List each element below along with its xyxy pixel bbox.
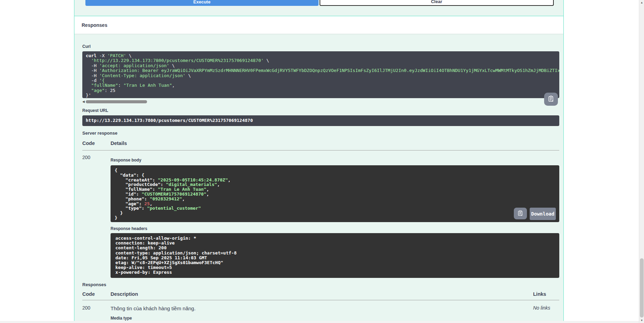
server-response-title: Server response — [82, 131, 559, 136]
details-column-header: Details — [111, 140, 559, 146]
doc-status-code: 200 — [82, 305, 111, 323]
doc-links-column-header: Links — [533, 291, 559, 297]
curl-label: Curl — [82, 44, 559, 49]
left-arrow-icon[interactable]: ◀ — [82, 100, 85, 103]
responses-section-title: Responses — [82, 22, 107, 28]
no-links-text: No links — [533, 305, 559, 323]
doc-description-cell: Thông tin của khách hàng tiềm năng. Medi… — [111, 305, 533, 323]
copy-response-button[interactable] — [514, 208, 527, 219]
curl-horizontal-scrollbar[interactable]: ◀ — [82, 100, 559, 103]
curl-block-wrapper: curl -X 'PATCH' \ 'http://13.229.134.173… — [82, 51, 559, 98]
execute-wrapper: Execute Clear — [85, 0, 554, 6]
page-horizontal-scrollbar-track[interactable] — [0, 321, 639, 323]
page-scrollbar-thumb[interactable] — [640, 258, 644, 317]
response-body-label: Response body — [111, 158, 559, 163]
responses-doc-title: Responses — [82, 282, 559, 287]
page-vertical-scrollbar[interactable]: ▲ ▼ — [639, 0, 644, 323]
download-button[interactable]: Download — [530, 208, 556, 220]
server-response-row: 200 Response body { "data": { "createAt"… — [82, 150, 559, 278]
clear-button[interactable]: Clear — [320, 0, 554, 6]
operation-panel: Execute Clear Responses Curl curl -X 'PA… — [74, 0, 564, 323]
copy-curl-button[interactable] — [544, 93, 558, 106]
swagger-response-page: Execute Clear Responses Curl curl -X 'PA… — [0, 0, 644, 323]
responses-content: Curl curl -X 'PATCH' \ 'http://13.229.13… — [74, 44, 563, 323]
request-url-value: http://13.229.134.173:7800/pcustomers/CU… — [82, 115, 559, 126]
response-headers-label: Response headers — [111, 226, 559, 231]
status-code: 200 — [82, 155, 111, 278]
responses-section-header: Responses — [74, 16, 563, 34]
doc-description-text: Thông tin của khách hàng tiềm năng. — [111, 305, 533, 312]
responses-doc-table-header: Code Description Links — [82, 291, 559, 300]
doc-code-column-header: Code — [82, 291, 111, 297]
request-url-label: Request URL — [82, 108, 559, 113]
server-response-table-header: Code Details — [82, 140, 559, 150]
execute-button[interactable]: Execute — [85, 0, 319, 6]
curl-scrollbar-thumb[interactable] — [86, 100, 147, 103]
responses-doc-row: 200 Thông tin của khách hàng tiềm năng. … — [82, 300, 559, 323]
doc-description-column-header: Description — [111, 291, 533, 297]
response-details-cell: Response body { "data": { "createAt": "2… — [111, 155, 559, 278]
copy-icon — [517, 210, 524, 218]
media-type-label: Media type — [111, 316, 533, 321]
down-arrow-icon[interactable]: ▼ — [639, 319, 644, 322]
copy-icon — [547, 95, 555, 104]
response-headers-block: access-control-allow-origin: *connection… — [111, 233, 559, 278]
up-arrow-icon[interactable]: ▲ — [639, 1, 644, 4]
code-column-header: Code — [82, 140, 111, 146]
curl-command: curl -X 'PATCH' \ 'http://13.229.134.173… — [82, 51, 559, 98]
response-body-json: { "data": { "createAt": "2025-09-05T10:4… — [111, 165, 559, 222]
